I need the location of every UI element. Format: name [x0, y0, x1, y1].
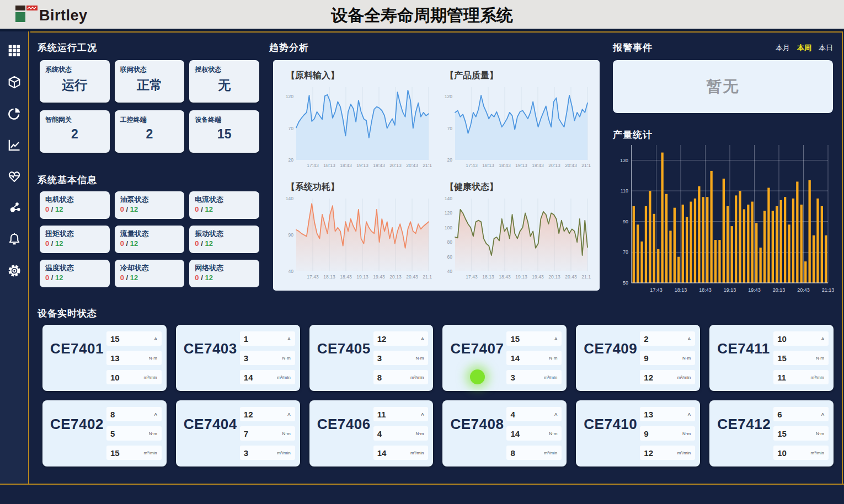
svg-text:17:43: 17:43: [466, 163, 478, 168]
apps-grid-icon[interactable]: [6, 42, 23, 59]
status-card-label: 智能网关: [45, 115, 104, 125]
info-card-ratio: 0 / 12: [195, 239, 254, 248]
alert-count: 0: [120, 205, 124, 213]
metric-value: 2: [644, 334, 648, 344]
metric-unit: A: [154, 412, 157, 417]
device-metric-row: 14 m³/min: [240, 370, 295, 384]
device-card[interactable]: CE7409 2 A 9 N·m 12 m³/min: [576, 325, 700, 391]
system-status-card: 系统状态 运行: [40, 60, 110, 103]
trend-cell-product-quality: 【产品质量】 207012017:4318:1318:4319:1319:432…: [437, 66, 596, 177]
device-metrics: 8 A 5 N·m 15 m³/min: [106, 407, 162, 460]
svg-text:18:43: 18:43: [499, 274, 511, 280]
alert-count: 0: [45, 205, 49, 213]
svg-text:21:13: 21:13: [423, 274, 432, 280]
system-info-card: 流量状态 0 / 12: [115, 226, 185, 253]
device-metric-row: 3 m³/min: [240, 446, 295, 460]
device-metrics: 10 A 15 N·m 11 m³/min: [773, 331, 829, 384]
alert-count: 0: [45, 239, 49, 248]
status-card-label: 联网状态: [120, 65, 179, 74]
device-card[interactable]: CE7411 10 A 15 N·m 11 m³/min: [709, 325, 834, 391]
info-card-label: 流量状态: [120, 229, 179, 239]
device-metric-row: 5 N·m: [106, 426, 162, 441]
device-name: CE7402: [50, 416, 106, 460]
device-card[interactable]: CE7402 8 A 5 N·m 15 m³/min: [42, 400, 167, 467]
status-card-label: 设备终端: [195, 115, 254, 125]
system-status-card: 授权状态 无: [189, 60, 259, 103]
device-metric-row: 15 N·m: [773, 426, 829, 441]
svg-text:18:43: 18:43: [499, 163, 511, 168]
device-metric-row: 8 m³/min: [373, 370, 429, 384]
device-card[interactable]: CE7412 6 A 15 N·m 10 m³/min: [709, 400, 834, 467]
device-metric-row: 10 m³/min: [773, 446, 829, 460]
svg-text:120: 120: [286, 94, 293, 99]
main-content: 系统运行工况 系统状态 运行联网状态 正常授权状态 无智能网关 2工控终端 2设…: [30, 33, 843, 484]
svg-text:70: 70: [289, 126, 294, 131]
health-pulse-icon[interactable]: [6, 168, 23, 185]
metric-value: 3: [244, 353, 248, 363]
metric-unit: A: [554, 336, 557, 341]
device-card[interactable]: CE7408 4 A 14 N·m 8 m³/min: [442, 400, 567, 467]
device-metric-row: 12 A: [240, 407, 295, 421]
ratio-separator: /: [51, 239, 54, 248]
gear-icon[interactable]: [6, 262, 23, 279]
cube-icon[interactable]: [6, 74, 23, 90]
alarm-tab[interactable]: 本日: [819, 43, 833, 53]
device-card[interactable]: CE7406 11 A 4 N·m 14 m³/min: [309, 400, 434, 467]
metric-value: 4: [377, 429, 382, 438]
device-metric-row: 7 N·m: [240, 426, 295, 441]
alarm-tab[interactable]: 本周: [797, 43, 811, 53]
device-name: CE7406: [317, 416, 373, 460]
status-card-value: 2: [120, 127, 179, 142]
status-card-value: 正常: [120, 77, 179, 94]
device-card[interactable]: CE7403 1 A 3 N·m 14 m³/min: [176, 325, 300, 391]
system-status-card: 设备终端 15: [189, 110, 259, 153]
svg-text:60: 60: [447, 254, 453, 260]
device-card[interactable]: CE7404 12 A 7 N·m 3 m³/min: [176, 400, 300, 467]
total-count: 12: [205, 274, 212, 282]
alarm-tab[interactable]: 本月: [776, 43, 790, 53]
metric-value: 13: [110, 353, 120, 363]
device-card[interactable]: CE7410 13 A 9 N·m 12 m³/min: [576, 400, 700, 467]
svg-text:17:43: 17:43: [307, 163, 319, 168]
svg-text:110: 110: [621, 188, 628, 194]
svg-text:140: 140: [286, 196, 293, 201]
svg-text:18:43: 18:43: [340, 274, 352, 280]
device-card[interactable]: CE7405 12 A 3 N·m 8 m³/min: [309, 325, 434, 391]
svg-text:20:13: 20:13: [773, 287, 786, 293]
info-card-label: 电流状态: [195, 195, 254, 205]
metric-value: 3: [510, 373, 515, 382]
section-title-alarm: 报警事件: [613, 41, 653, 54]
device-metric-row: 9 N·m: [640, 426, 695, 441]
alert-count: 0: [45, 274, 49, 282]
device-name: CE7405: [317, 340, 373, 384]
metric-value: 3: [244, 448, 248, 458]
info-card-label: 电机状态: [45, 195, 104, 205]
device-metric-row: 4 N·m: [373, 426, 429, 441]
line-chart-icon[interactable]: [6, 137, 23, 153]
device-metric-row: 3 N·m: [373, 351, 429, 365]
metric-unit: N·m: [549, 356, 557, 361]
svg-text:70: 70: [447, 126, 453, 131]
metric-unit: m³/min: [811, 451, 824, 455]
metric-value: 8: [510, 448, 515, 458]
device-card[interactable]: CE7407 15 A 14 N·m 3 m³/min: [442, 325, 567, 391]
system-power-line-chart: 409014017:4318:1318:4319:1319:4320:1320:…: [282, 193, 432, 280]
device-name: CE7401: [50, 340, 106, 384]
molecule-icon[interactable]: [6, 200, 23, 216]
alarm-period-tabs: 本月本周本日: [776, 43, 833, 53]
pie-chart-icon[interactable]: [6, 105, 23, 122]
ratio-separator: /: [126, 274, 129, 282]
bell-icon[interactable]: [6, 231, 23, 248]
metric-value: 14: [377, 448, 387, 458]
device-name: CE7408: [450, 416, 506, 460]
metric-unit: A: [821, 336, 824, 341]
svg-text:130: 130: [620, 158, 628, 163]
device-metric-row: 6 A: [773, 407, 829, 421]
trend-cell-health-status: 【健康状态】 40608010012014017:4318:1318:4319:…: [437, 177, 596, 288]
metric-value: 11: [377, 410, 386, 419]
metric-unit: N·m: [415, 431, 424, 436]
device-metric-row: 11 A: [373, 407, 429, 421]
info-card-label: 冷却状态: [120, 263, 179, 273]
svg-text:19:43: 19:43: [373, 163, 385, 168]
device-card[interactable]: CE7401 15 A 13 N·m 10 m³/min: [42, 325, 167, 391]
